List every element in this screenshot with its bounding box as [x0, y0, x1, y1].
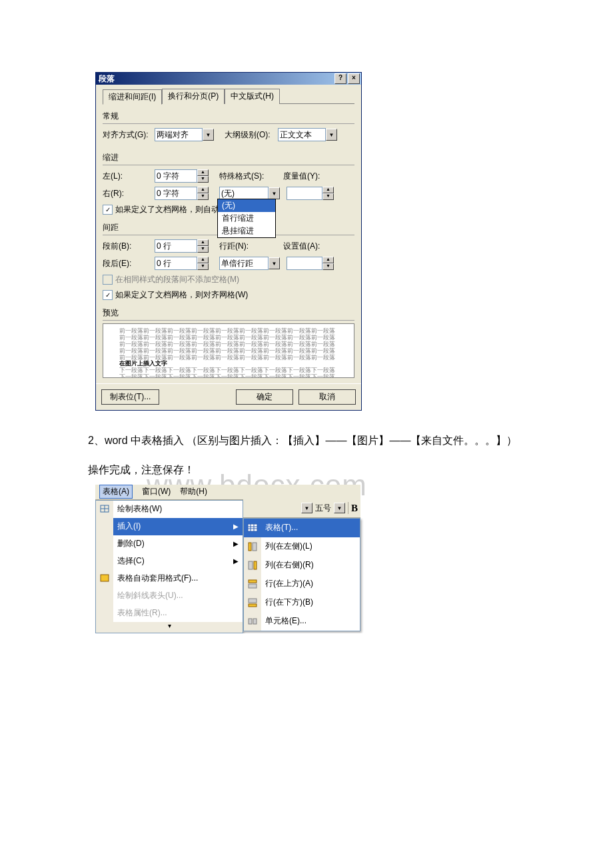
body-paragraph-1: 2、word 中表格插入 （区别与图片插入：【插入】——【图片】——【来自文件。… — [67, 431, 600, 451]
insert-col-left-icon — [247, 541, 258, 552]
font-size-value: 五号 — [315, 503, 331, 514]
section-preview-label: 预览 — [103, 307, 354, 319]
outline-level-dropdown-button[interactable]: ▼ — [326, 129, 337, 141]
tab-line-page-breaks[interactable]: 换行和分页(P) — [162, 89, 225, 104]
snap-grid-label: 如果定义了文档网格，则对齐网格(W) — [115, 289, 248, 301]
tab-strip: 缩进和间距(I) 换行和分页(P) 中文版式(H) — [103, 89, 354, 104]
table-menu-screenshot: 表格(A) 窗口(W) 帮助(H) — [95, 485, 360, 633]
help-button[interactable]: ? — [334, 73, 346, 84]
insert-cells-icon — [247, 616, 258, 627]
alignment-dropdown-button[interactable]: ▼ — [203, 129, 214, 141]
ok-button[interactable]: 确定 — [236, 389, 293, 405]
indent-right-spinner[interactable]: ▲▼ — [197, 187, 209, 200]
indent-left-label: 左(L): — [103, 171, 155, 182]
autoformat-icon — [99, 573, 110, 584]
insert-row-above-icon — [247, 579, 258, 589]
indent-right-input[interactable]: 0 字符 — [155, 187, 197, 200]
svg-rect-12 — [254, 561, 257, 569]
same-style-label: 在相同样式的段落间不添加空格(M) — [115, 274, 239, 285]
by-input[interactable] — [287, 187, 322, 200]
tab-indent-spacing[interactable]: 缩进和间距(I) — [103, 89, 162, 105]
menu-window[interactable]: 窗口(W) — [142, 486, 171, 497]
special-format-label: 特殊格式(S): — [219, 171, 275, 182]
section-general-label: 常规 — [103, 111, 354, 122]
insert-row-below-icon — [247, 597, 258, 608]
submenu-arrow-icon: ▶ — [233, 523, 239, 530]
menu-expand-chevron[interactable]: ▾ — [96, 622, 243, 633]
submenu-item-row-below[interactable]: 行(在下方)(B) — [244, 593, 360, 612]
submenu-item-col-left[interactable]: 列(在左侧)(L) — [244, 537, 360, 556]
special-option-firstline[interactable]: 首行缩进 — [218, 212, 275, 225]
at-input[interactable] — [287, 257, 322, 270]
space-before-label: 段前(B): — [103, 241, 155, 252]
svg-rect-11 — [249, 561, 253, 569]
auto-adjust-checkbox[interactable]: ✓ — [103, 205, 113, 215]
bold-button[interactable]: B — [351, 503, 358, 514]
svg-rect-4 — [248, 524, 257, 531]
svg-rect-15 — [249, 599, 257, 603]
space-after-spinner[interactable]: ▲▼ — [197, 257, 209, 270]
section-indent-label: 缩进 — [103, 152, 354, 163]
submenu-item-cells[interactable]: 单元格(E)... — [244, 612, 360, 631]
svg-rect-9 — [253, 543, 257, 551]
draw-table-icon — [99, 504, 110, 515]
font-size-dropdown-button[interactable]: ▼ — [334, 503, 345, 513]
submenu-arrow-icon: ▶ — [233, 557, 239, 565]
submenu-item-row-above[interactable]: 行(在上方)(A) — [244, 575, 360, 593]
line-spacing-dropdown-button[interactable]: ▼ — [269, 257, 280, 269]
auto-adjust-label: 如果定义了文档网格，则自动调 — [115, 204, 227, 215]
insert-table-icon — [247, 523, 258, 533]
space-before-input[interactable]: 0 行 — [155, 239, 197, 253]
space-after-input[interactable]: 0 行 — [155, 257, 197, 270]
svg-rect-14 — [249, 580, 257, 583]
close-button[interactable]: × — [348, 73, 360, 84]
tabs-button[interactable]: 制表位(T)... — [101, 389, 159, 405]
preview-box: 前一段落前一段落前一段落前一段落前一段落前一段落前一段落前一段落前一段落 前一段… — [103, 323, 354, 378]
by-spinner[interactable]: ▲▼ — [322, 187, 334, 200]
insert-col-right-icon — [247, 560, 258, 571]
at-spinner[interactable]: ▲▼ — [322, 257, 334, 270]
by-label: 度量值(Y): — [283, 171, 320, 182]
space-before-spinner[interactable]: ▲▼ — [197, 239, 209, 253]
line-spacing-label: 行距(N): — [219, 241, 275, 252]
menu-table[interactable]: 表格(A) — [99, 485, 133, 499]
indent-left-input[interactable]: 0 字符 — [155, 169, 197, 183]
submenu-item-col-right[interactable]: 列(在右侧)(R) — [244, 556, 360, 575]
outline-level-combo[interactable]: 正文文本 — [278, 128, 326, 141]
menu-bar: 表格(A) 窗口(W) 帮助(H) — [95, 485, 246, 500]
dialog-titlebar[interactable]: 段落 ? × — [96, 73, 361, 85]
paragraph-dialog: 段落 ? × 缩进和间距(I) 换行和分页(P) 中文版式(H) 常规 对齐方式… — [95, 72, 362, 411]
snap-grid-checkbox[interactable]: ✓ — [103, 290, 113, 300]
toolbar-dropdown-button[interactable]: ▼ — [301, 503, 312, 513]
line-spacing-combo[interactable]: 单倍行距 — [219, 257, 269, 270]
special-option-hanging[interactable]: 悬挂缩进 — [218, 225, 275, 237]
menu-help[interactable]: 帮助(H) — [180, 486, 207, 497]
menu-item-autoformat[interactable]: 表格自动套用格式(F)... — [113, 570, 243, 587]
special-option-none[interactable]: (无) — [218, 199, 275, 212]
menu-icon-column — [96, 501, 113, 622]
submenu-arrow-icon: ▶ — [233, 540, 239, 547]
tab-asian-typography[interactable]: 中文版式(H) — [225, 89, 280, 104]
menu-item-draw-table[interactable]: 绘制表格(W) — [113, 501, 243, 518]
preview-next-line: 下一段落下一段落下一段落下一段落下一段落下一段落下一段落下一段落下一段落 — [119, 374, 342, 378]
special-format-combo[interactable]: (无) — [219, 187, 269, 200]
special-format-dropdown-list[interactable]: (无) 首行缩进 悬挂缩进 — [217, 199, 276, 238]
menu-item-draw-diagonal: 绘制斜线表头(U)... — [113, 587, 243, 605]
svg-rect-18 — [253, 619, 257, 624]
dialog-title: 段落 — [99, 73, 115, 85]
insert-submenu: 表格(T)... 列(在左侧)(L) 列(在右侧)(R) 行(在上方)(A) 行… — [243, 518, 360, 631]
submenu-item-table[interactable]: 表格(T)... — [244, 519, 360, 537]
menu-item-delete[interactable]: 删除(D)▶ — [113, 535, 243, 553]
alignment-label: 对齐方式(G): — [103, 129, 155, 141]
menu-item-insert[interactable]: 插入(I)▶ — [113, 518, 243, 535]
indent-right-label: 右(R): — [103, 188, 155, 199]
cancel-button[interactable]: 取消 — [299, 389, 356, 405]
svg-rect-16 — [249, 604, 257, 607]
space-after-label: 段后(E): — [103, 258, 155, 269]
outline-level-label: 大纲级别(O): — [225, 129, 278, 141]
indent-left-spinner[interactable]: ▲▼ — [197, 169, 209, 183]
menu-item-select[interactable]: 选择(C)▶ — [113, 553, 243, 570]
alignment-combo[interactable]: 两端对齐 — [155, 128, 203, 141]
same-style-checkbox — [103, 275, 113, 285]
special-format-dropdown-button[interactable]: ▼ — [269, 187, 280, 199]
